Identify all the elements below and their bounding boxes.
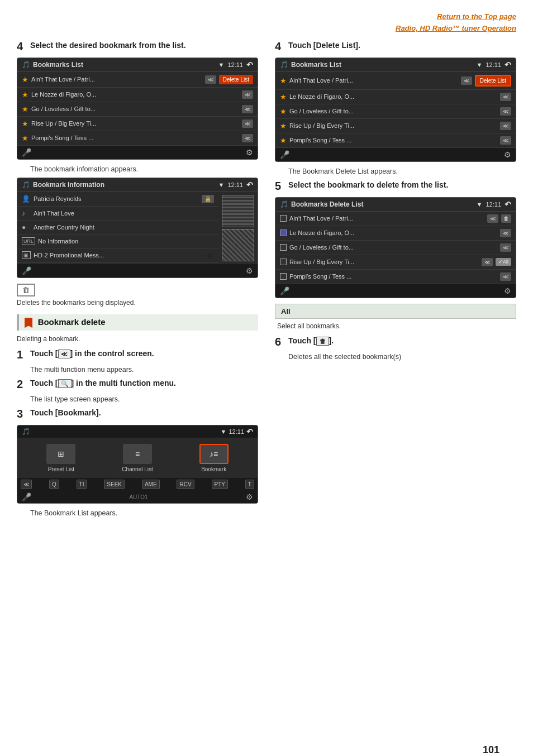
checkbox-2[interactable] (280, 229, 287, 236)
menu-bottom-row: ≪ Q TI SEEK AME RCV PTY T (17, 478, 258, 491)
menu-item-bookmark[interactable]: ♪≡ Bookmark (194, 444, 234, 472)
hd-scroll-btn[interactable]: ≪ (206, 251, 214, 260)
bookmark-menu-icon: ♪≡ (199, 444, 229, 464)
list-item[interactable]: ★ Rise Up / Big Every Ti... ≪ (17, 117, 258, 131)
auto1-label: AUTO1 (129, 494, 147, 500)
scroll-btn[interactable]: ≪ (242, 134, 253, 142)
checkbox-3[interactable] (280, 244, 287, 251)
btn-t[interactable]: T (245, 480, 254, 489)
step6-title: Touch [🗑]. (288, 336, 334, 347)
info-screen-header: 🎵 Bookmark Information ▼ 12:11 ↶ (17, 178, 258, 192)
btn-ame[interactable]: AME (142, 480, 160, 489)
info-row-url: URL No Information (17, 235, 218, 248)
mic-icon-r4: 🎤 (280, 150, 289, 159)
list-item[interactable]: ★ Pompi's Song / Tess ... ≪ (275, 133, 516, 148)
return-link2[interactable]: Radio, HD Radio™ tuner Operation (396, 24, 516, 32)
search-btn-icon[interactable]: 🔍 (58, 379, 72, 388)
scroll-btn[interactable]: ≪ (242, 90, 253, 99)
info-back-btn[interactable]: ↶ (246, 180, 253, 189)
checkbox-1[interactable] (280, 215, 287, 222)
menu-screen: 🎵 ▼ 12:11 ↶ ⊞ Preset List (17, 425, 258, 504)
channel-label: Channel List (122, 466, 153, 472)
step4-right-caption: The Bookmark Delete List appears. (288, 168, 516, 175)
delete-action-btn[interactable]: 🗑 (501, 214, 511, 223)
info-row-person: 👤 Patricia Reynolds 🔒 (17, 192, 218, 207)
qr-code-1 (222, 195, 254, 227)
bookmark-delete-title: Bookmark delete (38, 317, 106, 327)
step2-desc: The list type screen appears. (30, 395, 258, 403)
bookmark-icon (25, 318, 32, 328)
all-section: All (275, 304, 516, 319)
btn-rcv[interactable]: RCV (177, 480, 194, 489)
menu-back-btn[interactable]: ↶ (246, 427, 253, 436)
step4-right-title: Touch [Delete List]. (288, 40, 360, 51)
back-button[interactable]: ↶ (246, 60, 253, 69)
settings-icon2[interactable]: ⚙ (246, 266, 253, 275)
right-column: 4 Touch [Delete List]. 🎵 Bookmarks List … (275, 40, 516, 522)
delete-list-item[interactable]: Pompi's Song / Tess ... ≪ (275, 270, 516, 284)
delete-back-btn[interactable]: ↶ (505, 200, 511, 209)
mic-icon-r5: 🎤 (280, 286, 289, 295)
list-item[interactable]: ★ Le Nozze di Figaro, O... ≪ (275, 90, 516, 104)
delete-list-button[interactable]: Delete List (219, 75, 253, 84)
music-icon: ♪ (22, 209, 31, 217)
menu-item-channel[interactable]: ≡ Channel List (118, 444, 157, 472)
list-item[interactable]: ★ Go / Loveless / Gift to... ≪ (275, 104, 516, 119)
bookmarks-title-right: Bookmarks List (291, 61, 341, 69)
all-button[interactable]: ✓All (496, 258, 511, 266)
control-btn-icon[interactable]: ≪ (58, 350, 70, 358)
delete-icon-box: 🗑 (17, 284, 258, 296)
delete-list-item[interactable]: Go / Loveless / Gift to... ≪ (275, 241, 516, 255)
btn-search[interactable]: Q (49, 480, 59, 489)
scroll-btn[interactable]: ≪ (242, 105, 253, 113)
info-person-text: Patricia Reynolds (34, 195, 199, 202)
menu-item-preset[interactable]: ⊞ Preset List (41, 444, 80, 472)
menu-header: 🎵 ▼ 12:11 ↶ (17, 425, 258, 438)
step3-header: 3 Touch [Bookmark]. (17, 408, 258, 420)
list-item[interactable]: ★ Rise Up / Big Every Ti... ≪ (275, 119, 516, 133)
step3-caption: The Bookmark List appears. (30, 509, 258, 517)
step2-num: 2 (17, 378, 27, 391)
delete-list-item[interactable]: Le Nozze di Figaro, O... ≪ (275, 226, 516, 241)
info-action-btn[interactable]: 🔒 (202, 195, 214, 203)
step1-title: Touch [≪] in the control screen. (30, 348, 154, 360)
delete-list-btn-highlighted[interactable]: Delete List (475, 75, 511, 87)
hd-icon: ▣ (22, 251, 31, 259)
checkbox-5[interactable] (280, 273, 287, 280)
screen-footer: 🎤 ⚙ (17, 146, 258, 159)
settings-icon-r5[interactable]: ⚙ (504, 286, 511, 295)
settings-icon[interactable]: ⚙ (246, 148, 253, 157)
mic-icon3: 🎤 (22, 492, 31, 501)
settings-icon3[interactable]: ⚙ (246, 492, 253, 501)
step3-title: Touch [Bookmark]. (30, 408, 101, 419)
list-item[interactable]: ★ Pompi's Song / Tess ... ≪ (17, 131, 258, 146)
step1-num: 1 (17, 348, 27, 361)
all-desc: Select all bookmarks. (277, 322, 516, 330)
bookmark-info-screen: 🎵 Bookmark Information ▼ 12:11 ↶ 👤 Patri… (17, 178, 258, 278)
btn-ti[interactable]: TI (77, 480, 87, 489)
step2-title: Touch [🔍] in the multi function menu. (30, 378, 176, 389)
scroll-btn[interactable]: ≪ (205, 75, 216, 84)
list-item[interactable]: ★ Ain't That Love / Patri... ≪ Delete Li… (275, 72, 516, 90)
btn-prev[interactable]: ≪ (21, 480, 32, 489)
btn-pty[interactable]: PTY (212, 480, 228, 489)
return-link1[interactable]: Return to the Top page (437, 12, 516, 21)
step6-header: 6 Touch [🗑]. (275, 336, 516, 348)
delete-list-item[interactable]: Ain't That Love / Patri... ≪ 🗑 (275, 212, 516, 226)
scroll-btn[interactable]: ≪ (242, 119, 253, 128)
settings-icon-r4[interactable]: ⚙ (504, 150, 511, 159)
list-item[interactable]: ★ Ain't That Love / Patri... ≪ Delete Li… (17, 72, 258, 88)
btn-seek[interactable]: SEEK (104, 480, 125, 489)
scroll-btn[interactable]: ≪ (461, 76, 472, 85)
list-item[interactable]: ★ Le Nozze di Figaro, O... ≪ (17, 88, 258, 102)
all-label: All (281, 307, 291, 315)
trash-btn-icon[interactable]: 🗑 (316, 337, 329, 346)
checkbox-4[interactable] (280, 259, 287, 265)
hd-logo: 🎵 (22, 61, 30, 69)
back-btn-right[interactable]: ↶ (505, 60, 511, 69)
top-link-area: Return to the Top page Radio, HD Radio™ … (17, 11, 516, 35)
circle-icon: ● (22, 223, 31, 231)
step4-left-caption: The bookmark infomation appears. (30, 165, 258, 173)
list-item[interactable]: ★ Go / Loveless / Gift to... ≪ (17, 102, 258, 117)
delete-list-item[interactable]: Rise Up / Big Every Ti... ≪ ✓All (275, 255, 516, 270)
